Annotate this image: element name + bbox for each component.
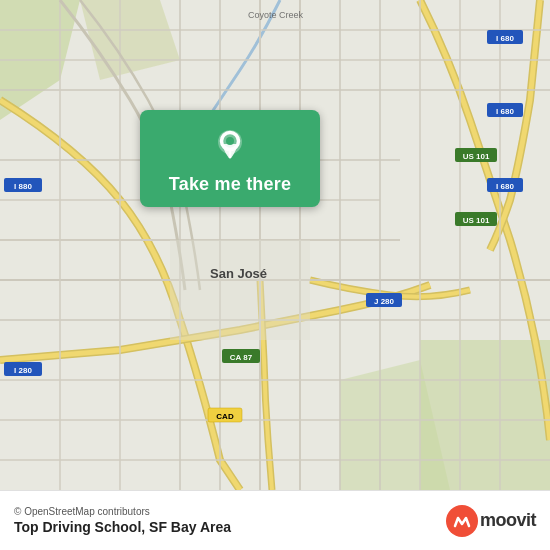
location-title: Top Driving School, SF Bay Area bbox=[14, 519, 231, 535]
bottom-bar: © OpenStreetMap contributors Top Driving… bbox=[0, 490, 550, 550]
svg-rect-27 bbox=[170, 240, 310, 340]
bottom-info: © OpenStreetMap contributors Top Driving… bbox=[14, 506, 231, 535]
svg-text:I 680: I 680 bbox=[496, 107, 514, 116]
svg-text:CA 87: CA 87 bbox=[230, 353, 253, 362]
take-me-there-button[interactable]: Take me there bbox=[140, 110, 320, 207]
svg-text:US 101: US 101 bbox=[463, 152, 490, 161]
svg-text:I 880: I 880 bbox=[14, 182, 32, 191]
moovit-logo: moovit bbox=[446, 505, 536, 537]
map-svg: San José Coyote Creek I 680 I 680 I 680 … bbox=[0, 0, 550, 490]
svg-text:San José: San José bbox=[210, 266, 267, 281]
svg-text:Coyote Creek: Coyote Creek bbox=[248, 10, 304, 20]
take-me-there-label: Take me there bbox=[169, 174, 291, 195]
svg-text:I 680: I 680 bbox=[496, 34, 514, 43]
map-pin-icon bbox=[210, 126, 250, 166]
svg-point-54 bbox=[226, 137, 234, 145]
svg-text:I 680: I 680 bbox=[496, 182, 514, 191]
moovit-m-icon bbox=[446, 505, 478, 537]
osm-credit: © OpenStreetMap contributors bbox=[14, 506, 231, 517]
svg-text:CAD: CAD bbox=[216, 412, 234, 421]
svg-text:I 280: I 280 bbox=[14, 366, 32, 375]
map-container: San José Coyote Creek I 680 I 680 I 680 … bbox=[0, 0, 550, 490]
moovit-text: moovit bbox=[480, 510, 536, 531]
svg-text:J 280: J 280 bbox=[374, 297, 395, 306]
svg-text:US 101: US 101 bbox=[463, 216, 490, 225]
